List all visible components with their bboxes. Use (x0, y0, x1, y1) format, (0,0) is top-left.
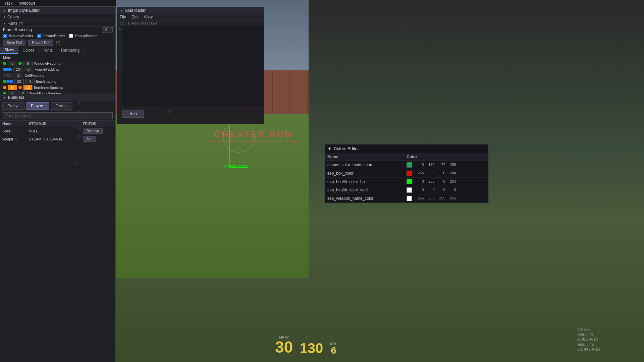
add-button-1[interactable]: Add (83, 136, 96, 142)
entity-list-arrow[interactable]: ▼ (3, 96, 6, 100)
tab-players[interactable]: Players (26, 102, 49, 110)
menu-windows[interactable]: Windows (19, 1, 36, 6)
color-swatch-0[interactable] (407, 162, 412, 168)
glua-edit[interactable]: Edit (131, 15, 139, 19)
colors-editor-arrow[interactable]: ▼ (327, 146, 332, 151)
run-button[interactable]: Run (122, 110, 144, 118)
window-border-check[interactable] (3, 34, 7, 38)
fonts-subheader: ▼ Fonts (?) (0, 20, 115, 27)
glua-view[interactable]: View (144, 15, 153, 19)
hud-hp: 30 (275, 339, 293, 355)
color-swatch-1[interactable] (407, 171, 412, 176)
cursor-line: 1 (117, 26, 122, 107)
top-menubar: Hack Windows (0, 0, 116, 7)
entity-list-title: ▼ Entity list (0, 94, 115, 101)
color-name-1: esp_box_color (325, 169, 404, 178)
window-padding-label: WindowPadding (34, 61, 61, 65)
dot9 (3, 86, 6, 89)
colors-editor-panel: ▼ Colors Editor Name Color chams_color_m… (324, 144, 489, 203)
colors-editor-label: Colors Editor (334, 146, 359, 151)
tab-entitys[interactable]: Entitys (2, 102, 24, 110)
frame-rounding-label: FrameRounding (3, 27, 32, 32)
color-val-1[interactable]: 255 0 0 204 (404, 169, 488, 178)
dot8 (10, 80, 13, 83)
line-status: 1 lines | Ins | | Lua (127, 21, 157, 25)
player-name-1: voidptr_t (0, 135, 27, 143)
colors-label[interactable]: Colors (7, 15, 19, 19)
esp-label: weapon_crowbar (224, 164, 250, 168)
watermark-text: CHEATER.RUN (195, 129, 312, 140)
ref-buttons-row: Save Ref Revert Ref (?) (0, 39, 115, 47)
tab-teams[interactable]: Teams (51, 102, 72, 110)
tab-rendering[interactable]: Rendering (57, 47, 84, 54)
color-val-2[interactable]: 0 255 0 204 (404, 178, 488, 186)
line-indicator: 1/1 1 lines | Ins | | Lua (117, 20, 264, 26)
colors-arrow: ▼ (3, 15, 6, 19)
val4[interactable]: 0 (24, 67, 33, 72)
item-spacing-label: ItemSpacing (36, 79, 56, 83)
player-action-0: Remove (81, 127, 115, 135)
val5[interactable]: 4 (3, 73, 12, 78)
tab-fonts[interactable]: Fonts (39, 47, 57, 54)
val7[interactable]: 20 (14, 79, 24, 84)
color-row-0: chams_color_modulation 0 179 77 255 (325, 161, 488, 169)
color-val-4[interactable]: 255 255 255 255 (404, 194, 488, 203)
help-icon: (?) (56, 41, 60, 45)
dot2 (18, 62, 22, 65)
table-row: Bot01 NULL Remove (0, 127, 115, 135)
color-val-0[interactable]: 0 179 77 255 (404, 161, 488, 169)
revert-ref-button[interactable]: Revert Ref (28, 40, 53, 46)
hud-alt-ammo: 6 (330, 346, 337, 355)
color-swatch-2[interactable] (407, 179, 412, 184)
entity-list-label: Entity list (8, 95, 24, 100)
val2[interactable]: 6 (23, 61, 33, 66)
color-row-3: esp_health_color_void 0 0 0 0 (325, 186, 488, 194)
popup-border-check[interactable] (69, 34, 73, 38)
fonts-label[interactable]: Fonts (7, 21, 17, 26)
val9[interactable]: 10 (8, 85, 17, 90)
val8[interactable]: 4 (25, 79, 35, 84)
popup-border-label: PopupBorder (75, 34, 97, 38)
style-editor-label: Imgui Style Editor (8, 8, 40, 13)
col-name: Name (0, 121, 27, 127)
player-name-0: Bot01 (0, 127, 27, 135)
fps-counter: fps: 237 ping: 0 ms in: 82 2.46 k/s lerp… (578, 327, 600, 352)
frame-rounding-input[interactable] (102, 27, 113, 33)
frame-padding-row: 20 0 FramePadding (0, 66, 115, 72)
code-editor[interactable] (122, 26, 264, 107)
color-val-3[interactable]: 0 0 0 0 (404, 186, 488, 194)
watermark: CHEATER.RUN FREE WORKING CHEATS FOR ONLI… (195, 129, 312, 144)
colors-editor-title: ▼ Colors Editor (325, 144, 488, 153)
style-tabs: Sizes Colors Fonts Rendering (0, 47, 115, 54)
col-color-header: Color (404, 153, 488, 161)
filter-input[interactable] (3, 112, 113, 119)
tab-sizes[interactable]: Sizes (0, 47, 18, 54)
remove-button-0[interactable]: Remove (83, 128, 103, 134)
frame-padding-label: FramePadding (35, 67, 59, 71)
color-swatch-4[interactable] (407, 196, 412, 201)
item-inner-spacing-row: 10 10 ItemInnerSpacing (0, 84, 115, 90)
line-num: 1/1 (120, 21, 125, 25)
tab-colors[interactable]: Colors (18, 47, 39, 54)
save-ref-button[interactable]: Save Ref (3, 40, 25, 46)
collapse-arrow[interactable]: ▼ (3, 9, 6, 12)
val6[interactable]: 2 (14, 73, 23, 78)
table-row: voidptr_t STEAM_0:1:194436 Add (0, 135, 115, 143)
main-section-label: Main (0, 54, 115, 60)
frame-border-check[interactable] (37, 34, 41, 38)
fonts-help: (?) (19, 21, 23, 25)
menu-hack[interactable]: Hack (3, 1, 12, 6)
window-border-row: WindowBorder FrameBorder PopupBorder (0, 33, 115, 39)
dot5 (8, 68, 12, 71)
val1[interactable]: 6 (8, 61, 17, 66)
color-row-2: esp_health_color_hp 0 255 0 204 (325, 178, 488, 186)
glua-file[interactable]: File (120, 15, 126, 19)
color-swatch-3[interactable] (407, 187, 412, 193)
entity-tabs: Entitys Players Teams (0, 101, 115, 111)
glua-arrow[interactable]: ▼ (120, 9, 123, 12)
entity-list-panel: ▼ Entity list Entitys Players Teams Name… (0, 94, 116, 362)
val10[interactable]: 10 (23, 85, 33, 90)
color-row-4: esp_weapon_name_color 255 255 255 255 (325, 194, 488, 203)
color-name-4: esp_weapon_name_color (325, 194, 404, 203)
val3[interactable]: 20 (13, 67, 22, 72)
